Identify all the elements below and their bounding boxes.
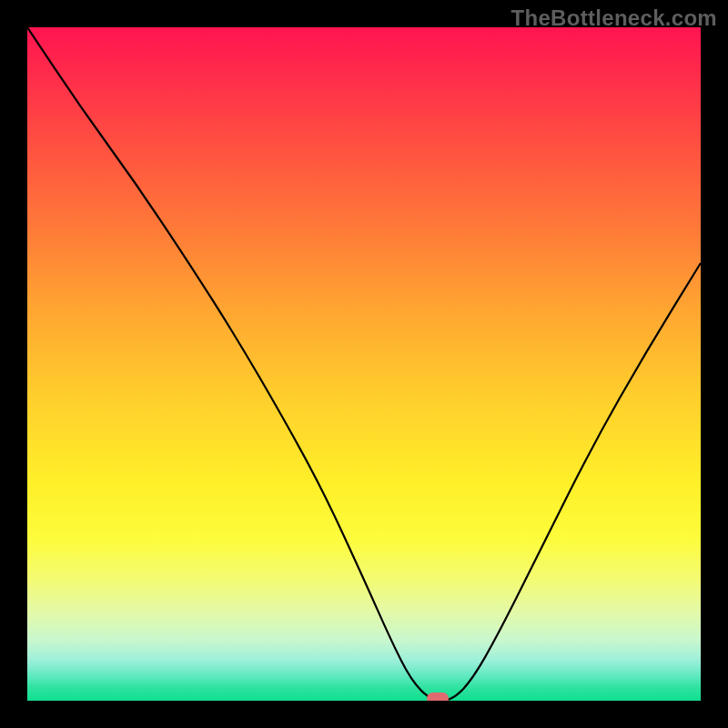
optimum-marker: [427, 693, 449, 701]
plot-area: [27, 27, 701, 701]
curve-svg: [27, 27, 701, 701]
bottleneck-curve-path: [27, 27, 701, 701]
watermark-text: TheBottleneck.com: [511, 5, 717, 31]
chart-frame: TheBottleneck.com: [0, 0, 728, 728]
